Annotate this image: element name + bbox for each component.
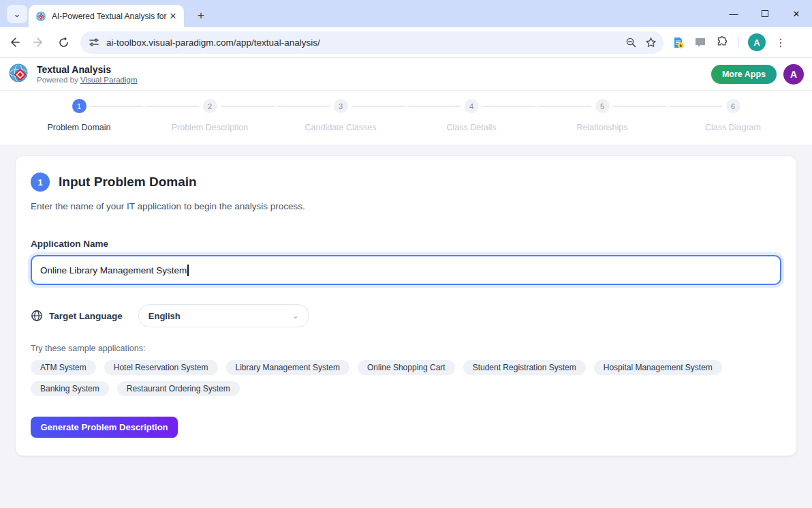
visual-paradigm-link[interactable]: Visual Paradigm <box>80 76 138 84</box>
step-problem-description[interactable]: 2 Problem Description <box>144 99 275 132</box>
back-arrow-icon <box>8 36 20 48</box>
step-number: 6 <box>726 99 740 113</box>
wizard-stepper: 1 Problem Domain 2 Problem Description 3… <box>0 91 812 145</box>
sample-chip[interactable]: Hospital Management System <box>594 360 722 375</box>
card-step-badge: 1 <box>31 173 50 192</box>
card-subtitle: Enter the name of your IT application to… <box>31 201 781 211</box>
step-number: 3 <box>334 99 348 113</box>
target-language-label: Target Language <box>49 311 123 321</box>
forward-arrow-icon <box>33 36 45 48</box>
step-label: Relationships <box>576 123 627 132</box>
step-relationships[interactable]: 5 Relationships <box>537 99 668 132</box>
application-name-input[interactable]: Online Library Management System <box>31 255 781 285</box>
address-bar[interactable]: ai-toolbox.visual-paradigm.com/app/textu… <box>80 31 663 54</box>
comment-icon[interactable] <box>694 36 706 48</box>
globe-icon <box>31 310 43 322</box>
bookmark-star-icon[interactable] <box>645 37 657 48</box>
favicon-icon <box>35 11 46 22</box>
reload-icon <box>58 37 69 48</box>
target-language-value: English <box>149 311 292 321</box>
visual-paradigm-logo <box>8 63 31 85</box>
step-number: 2 <box>203 99 217 113</box>
step-label: Problem Description <box>172 123 249 132</box>
powered-by-text: Powered by <box>37 76 80 84</box>
app-title-block: Textual Analysis Powered by Visual Parad… <box>37 64 137 85</box>
sample-chips: ATM System Hotel Reservation System Libr… <box>31 360 725 396</box>
maximize-icon <box>762 10 768 17</box>
sample-chip[interactable]: Student Registration System <box>463 360 586 375</box>
toolbar-actions: A ⋮ <box>672 33 786 51</box>
zoom-out-icon[interactable] <box>625 37 637 48</box>
target-language-select[interactable]: English ⌄ <box>138 304 309 327</box>
step-problem-domain[interactable]: 1 Problem Domain <box>14 99 144 132</box>
app-subtitle: Powered by Visual Paradigm <box>37 75 137 85</box>
user-avatar[interactable]: A <box>783 64 804 85</box>
extensions-icon[interactable] <box>716 36 728 48</box>
minimize-button[interactable]: — <box>718 0 749 27</box>
application-name-value: Online Library Management System <box>40 265 187 275</box>
window-controls: — ✕ <box>718 0 812 27</box>
app-title: Textual Analysis <box>37 64 137 75</box>
chevron-down-icon: ⌄ <box>292 311 299 320</box>
forward-button[interactable] <box>29 32 49 53</box>
browser-titlebar: ⌄ AI-Powered Textual Analysis for ✕ + — … <box>0 0 812 27</box>
chevron-down-icon: ⌄ <box>14 9 21 19</box>
step-class-details[interactable]: 4 Class Details <box>406 99 537 132</box>
samples-caption: Try these sample applications: <box>31 344 781 353</box>
step-label: Candidate Classes <box>305 123 377 132</box>
step-number: 1 <box>72 99 87 113</box>
step-label: Class Diagram <box>705 123 761 132</box>
tab-close-icon[interactable]: ✕ <box>168 11 178 22</box>
sample-chip[interactable]: Banking System <box>31 381 109 396</box>
maximize-button[interactable] <box>749 0 781 27</box>
step-class-diagram[interactable]: 6 Class Diagram <box>668 99 798 132</box>
tab-title: AI-Powered Textual Analysis for <box>52 12 168 21</box>
browser-toolbar: ai-toolbox.visual-paradigm.com/app/textu… <box>0 27 812 58</box>
app-header: Textual Analysis Powered by Visual Parad… <box>0 58 812 91</box>
sample-chip[interactable]: Library Management System <box>226 360 349 375</box>
browser-window: ⌄ AI-Powered Textual Analysis for ✕ + — … <box>0 0 812 508</box>
card-title: Input Problem Domain <box>59 175 197 190</box>
site-settings-icon[interactable] <box>89 37 99 48</box>
reading-mode-icon[interactable] <box>672 36 685 49</box>
sample-chip[interactable]: ATM System <box>31 360 96 375</box>
step-label: Class Details <box>447 123 497 132</box>
sample-chip[interactable]: Hotel Reservation System <box>104 360 218 375</box>
more-apps-button[interactable]: More Apps <box>711 65 777 84</box>
step-number: 5 <box>595 99 610 113</box>
step-label: Problem Domain <box>47 123 110 132</box>
close-window-button[interactable]: ✕ <box>781 0 812 27</box>
sample-chip[interactable]: Online Shopping Cart <box>358 360 455 375</box>
url-text[interactable]: ai-toolbox.visual-paradigm.com/app/textu… <box>106 38 625 48</box>
generate-problem-description-button[interactable]: Generate Problem Description <box>31 417 178 438</box>
back-button[interactable] <box>4 32 25 53</box>
step-candidate-classes[interactable]: 3 Candidate Classes <box>275 99 406 132</box>
new-tab-button[interactable]: + <box>192 7 210 25</box>
browser-tab[interactable]: AI-Powered Textual Analysis for ✕ <box>29 5 184 27</box>
browser-profile-avatar[interactable]: A <box>748 33 766 51</box>
step-number: 4 <box>465 99 479 113</box>
text-caret <box>187 265 188 276</box>
browser-menu-icon[interactable]: ⋮ <box>775 36 786 49</box>
application-name-label: Application Name <box>31 239 781 249</box>
reload-button[interactable] <box>53 32 74 53</box>
page-content: 1 Input Problem Domain Enter the name of… <box>0 145 812 467</box>
input-problem-domain-card: 1 Input Problem Domain Enter the name of… <box>15 155 797 456</box>
toolbar-divider <box>738 37 738 48</box>
tab-search-button[interactable]: ⌄ <box>7 5 27 23</box>
sample-chip[interactable]: Restaurant Ordering System <box>117 381 240 396</box>
